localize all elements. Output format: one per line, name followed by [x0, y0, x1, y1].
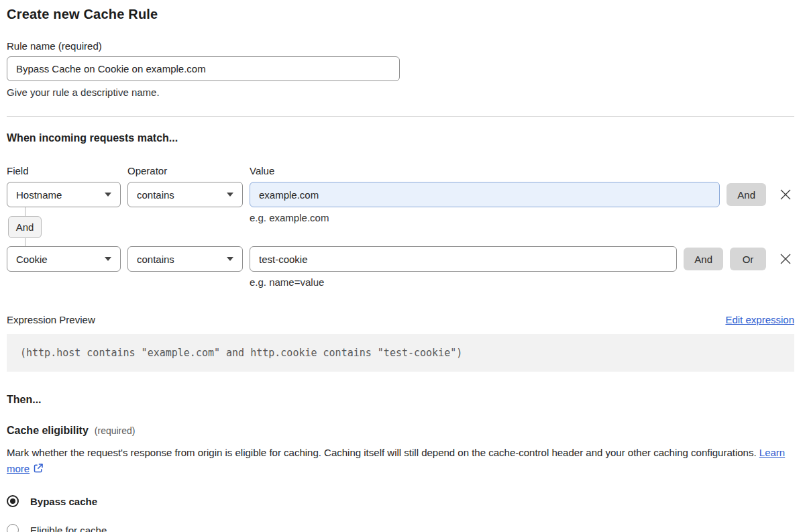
- add-and-condition-button[interactable]: And: [684, 248, 723, 270]
- operator-select-value: contains: [137, 189, 174, 201]
- rule-name-label: Rule name (required): [7, 40, 794, 52]
- between-rows: e.g. example.com And: [7, 207, 794, 246]
- value-helper: e.g. name=value: [250, 276, 794, 288]
- add-and-condition-button[interactable]: And: [727, 183, 766, 206]
- match-heading: When incoming requests match...: [7, 132, 794, 144]
- add-or-condition-button[interactable]: Or: [730, 248, 766, 270]
- radio-option-eligible-for-cache[interactable]: Eligible for cache: [7, 524, 794, 532]
- value-input[interactable]: [250, 182, 720, 207]
- close-icon: [780, 253, 792, 265]
- operator-select[interactable]: contains: [127, 246, 243, 272]
- chevron-down-icon: [227, 257, 233, 261]
- match-row: Cookie contains And Or: [7, 246, 794, 272]
- create-cache-rule-form: Create new Cache Rule Rule name (require…: [0, 0, 805, 532]
- field-select-value: Hostname: [16, 189, 62, 201]
- section-divider: [7, 116, 794, 117]
- value-column-label: Value: [250, 165, 794, 176]
- radio-option-bypass-cache[interactable]: Bypass cache: [7, 495, 794, 507]
- cache-eligibility-heading-row: Cache eligibility (required): [7, 425, 794, 437]
- cache-eligibility-description: Mark whether the request's response from…: [7, 445, 794, 478]
- condition-connector: And: [8, 207, 42, 246]
- remove-condition-button[interactable]: [777, 250, 794, 268]
- remove-condition-button[interactable]: [777, 186, 794, 203]
- expression-preview-row: Expression Preview Edit expression: [7, 314, 794, 325]
- match-row: Hostname contains And: [7, 182, 794, 207]
- expression-preview-label: Expression Preview: [7, 314, 95, 325]
- radio-label: Bypass cache: [30, 496, 97, 507]
- chevron-down-icon: [105, 257, 111, 261]
- cache-eligibility-heading: Cache eligibility: [7, 425, 89, 437]
- field-select[interactable]: Hostname: [7, 182, 121, 207]
- field-column-label: Field: [7, 165, 121, 176]
- close-icon: [780, 189, 792, 201]
- required-note: (required): [95, 425, 136, 436]
- connector-line: [25, 207, 25, 216]
- chevron-down-icon: [227, 193, 233, 197]
- connector-line: [25, 238, 25, 247]
- page-title: Create new Cache Rule: [7, 7, 794, 22]
- expression-code: (http.host contains "example.com" and ht…: [7, 334, 794, 372]
- then-heading: Then...: [7, 394, 794, 406]
- radio-unselected-icon[interactable]: [7, 524, 19, 532]
- chevron-down-icon: [105, 193, 111, 197]
- external-link-icon: [33, 462, 44, 478]
- field-select-value: Cookie: [16, 254, 48, 265]
- description-text: Mark whether the request's response from…: [7, 447, 757, 458]
- radio-selected-icon[interactable]: [7, 495, 19, 507]
- operator-column-label: Operator: [127, 165, 243, 176]
- operator-select-value: contains: [137, 254, 174, 265]
- operator-select[interactable]: contains: [127, 182, 243, 207]
- rule-name-input[interactable]: [7, 56, 400, 81]
- value-input[interactable]: [250, 246, 677, 272]
- match-column-labels: Field Operator Value: [7, 165, 794, 176]
- rule-name-helper: Give your rule a descriptive name.: [7, 87, 794, 98]
- edit-expression-link[interactable]: Edit expression: [725, 314, 794, 325]
- field-select[interactable]: Cookie: [7, 246, 121, 272]
- connector-and-toggle[interactable]: And: [8, 216, 42, 238]
- value-helper: e.g. example.com: [250, 212, 329, 223]
- radio-label: Eligible for cache: [30, 525, 107, 532]
